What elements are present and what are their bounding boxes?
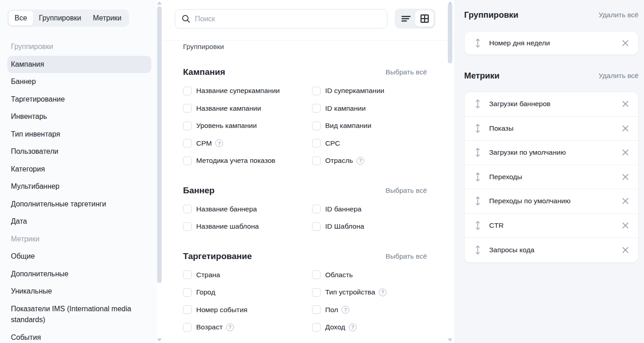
checkbox-item[interactable]: Название баннера: [183, 201, 312, 218]
remove-all-link[interactable]: Удалить всё: [599, 11, 639, 19]
checkbox-item[interactable]: ID суперкампании: [312, 82, 427, 100]
checkbox[interactable]: [312, 157, 321, 165]
checkbox-item[interactable]: CPM?: [183, 135, 312, 152]
remove-button[interactable]: [622, 222, 629, 229]
checkbox-item[interactable]: Название шаблона: [183, 218, 312, 235]
checkbox-item[interactable]: ID Шаблона: [312, 218, 427, 235]
checkbox-item[interactable]: CPC: [312, 135, 427, 152]
scroll-down-icon[interactable]: [157, 338, 162, 342]
remove-button[interactable]: [622, 173, 629, 181]
checkbox[interactable]: [183, 104, 192, 113]
checkbox[interactable]: [312, 323, 321, 332]
checkbox-item[interactable]: Методика учета показов: [183, 152, 312, 170]
question-mark-icon[interactable]: ?: [379, 289, 386, 296]
checkbox[interactable]: [312, 122, 321, 130]
question-mark-icon[interactable]: ?: [342, 306, 349, 314]
checkbox[interactable]: [312, 222, 321, 231]
drag-handle[interactable]: [475, 38, 481, 48]
drag-handle[interactable]: [475, 147, 481, 157]
checkbox-item[interactable]: Номер события: [183, 301, 312, 319]
remove-button[interactable]: [622, 149, 629, 156]
checkbox-item[interactable]: ID кампании: [312, 100, 427, 118]
sidebar-item[interactable]: Мультибаннер: [7, 178, 151, 196]
checkbox[interactable]: [183, 157, 192, 165]
checkbox-item[interactable]: Пол?: [312, 301, 427, 319]
sidebar-item[interactable]: Баннер: [7, 73, 151, 91]
select-all-link[interactable]: Выбрать всё: [386, 252, 427, 260]
sidebar-item[interactable]: Категория: [7, 161, 151, 178]
list-view-button[interactable]: [396, 10, 415, 27]
checkbox[interactable]: [183, 288, 192, 297]
checkbox[interactable]: [183, 87, 192, 95]
sidebar-item[interactable]: Дополнительные таргетинги: [7, 196, 151, 213]
checkbox[interactable]: [312, 305, 321, 314]
checkbox-item[interactable]: Страна: [183, 266, 312, 284]
tab-groupings[interactable]: Группировки: [33, 11, 87, 25]
checkbox[interactable]: [312, 104, 321, 113]
sidebar-item[interactable]: Уникальные: [7, 283, 151, 300]
drag-handle[interactable]: [475, 172, 481, 182]
checkbox[interactable]: [312, 205, 321, 213]
checkbox[interactable]: [312, 288, 321, 297]
remove-button[interactable]: [622, 100, 629, 108]
checkbox[interactable]: [183, 323, 192, 332]
remove-all-link[interactable]: Удалить всё: [599, 72, 639, 80]
checkbox[interactable]: [183, 122, 192, 130]
remove-button[interactable]: [622, 39, 629, 47]
checkbox-item[interactable]: Вид кампании: [312, 117, 427, 135]
search-box[interactable]: [175, 9, 387, 29]
remove-button[interactable]: [622, 246, 629, 254]
drag-handle[interactable]: [475, 123, 481, 133]
sidebar-item[interactable]: Тип инвентаря: [7, 126, 151, 143]
question-mark-icon[interactable]: ?: [357, 157, 364, 165]
checkbox-item[interactable]: Город: [183, 284, 312, 301]
checkbox[interactable]: [183, 205, 192, 213]
remove-button[interactable]: [622, 197, 629, 205]
sidebar-item[interactable]: События: [7, 329, 151, 343]
scrollbar-thumb[interactable]: [157, 6, 162, 283]
scroll-up-icon[interactable]: [157, 1, 162, 5]
checkbox-item[interactable]: Уровень кампании: [183, 117, 312, 135]
drag-handle[interactable]: [475, 245, 481, 255]
drag-handle[interactable]: [475, 196, 481, 206]
drag-handle[interactable]: [475, 220, 481, 230]
checkbox[interactable]: [312, 139, 321, 147]
drag-handle[interactable]: [475, 99, 481, 109]
checkbox[interactable]: [312, 270, 321, 279]
checkbox[interactable]: [183, 305, 192, 314]
question-mark-icon[interactable]: ?: [349, 323, 357, 331]
question-mark-icon[interactable]: ?: [215, 139, 223, 147]
checkbox-item[interactable]: Доход?: [312, 318, 427, 336]
scroll-down-icon[interactable]: [448, 338, 452, 342]
checkbox[interactable]: [183, 139, 192, 147]
select-all-link[interactable]: Выбрать всё: [386, 68, 427, 76]
sidebar-item[interactable]: Дополнительные: [7, 265, 151, 283]
checkbox-item[interactable]: ID баннера: [312, 201, 427, 218]
checkbox-item[interactable]: Отрасль?: [312, 152, 427, 170]
checkbox-item[interactable]: Возраст?: [183, 318, 312, 336]
checkbox[interactable]: [183, 222, 192, 231]
checkbox-item[interactable]: Название суперкампании: [183, 82, 312, 100]
scrollbar-thumb[interactable]: [448, 4, 452, 64]
checkbox-item[interactable]: Тип устройства?: [312, 284, 427, 301]
checkbox[interactable]: [312, 87, 321, 95]
question-mark-icon[interactable]: ?: [226, 323, 234, 331]
sidebar-item[interactable]: Пользователи: [7, 143, 151, 161]
checkbox[interactable]: [183, 270, 192, 279]
checkbox-item[interactable]: Область: [312, 266, 427, 284]
sidebar-item[interactable]: Инвентарь: [7, 108, 151, 126]
grid-view-button[interactable]: [415, 10, 434, 27]
select-all-link[interactable]: Выбрать всё: [386, 186, 427, 195]
sidebar-item[interactable]: Дата: [7, 213, 151, 230]
search-input[interactable]: [195, 15, 381, 23]
sidebar-item[interactable]: Кампания: [7, 56, 151, 74]
fields-scrollbar[interactable]: [447, 0, 453, 343]
tab-metrics[interactable]: Метрики: [87, 11, 128, 25]
sidebar-scrollbar[interactable]: [156, 0, 163, 343]
sidebar-item[interactable]: Общие: [7, 248, 151, 265]
sidebar-item[interactable]: Таргетирование: [7, 91, 151, 108]
remove-button[interactable]: [622, 125, 629, 132]
sidebar-item[interactable]: Показатели IMS (International media stan…: [7, 300, 151, 329]
tab-all[interactable]: Все: [9, 11, 33, 25]
checkbox-item[interactable]: Название кампании: [183, 100, 312, 118]
